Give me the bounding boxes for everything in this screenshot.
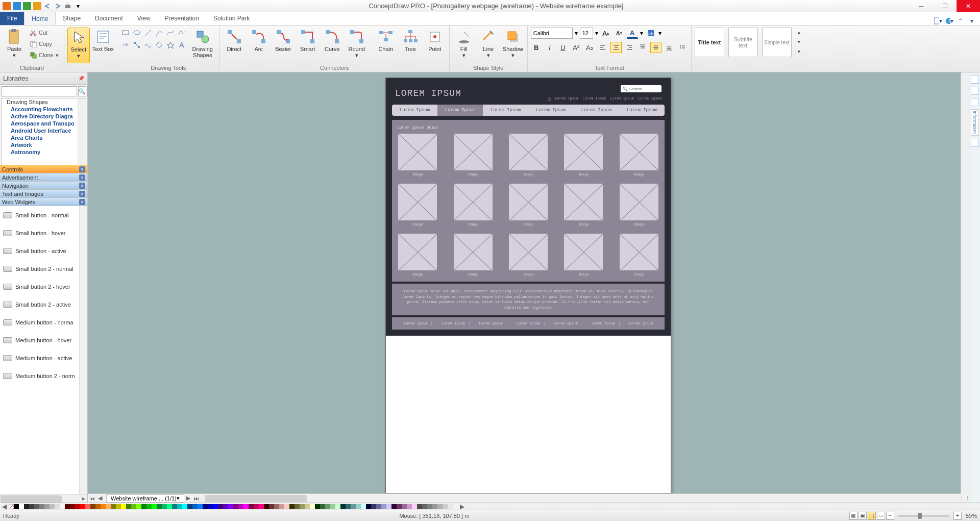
shrink-font-icon[interactable]: A▾	[614, 28, 625, 39]
color-swatch[interactable]	[90, 504, 95, 509]
shapes-scrollbar[interactable]	[79, 206, 87, 494]
color-swatch[interactable]	[279, 504, 284, 509]
chain-button[interactable]: Chain	[375, 28, 397, 63]
collapse-ribbon-icon[interactable]: ⌃	[957, 17, 965, 25]
color-swatch[interactable]	[330, 504, 335, 509]
text-tool-icon[interactable]: A	[177, 40, 187, 50]
maximize-button[interactable]: ☐	[933, 0, 957, 12]
color-swatch[interactable]	[50, 504, 55, 509]
color-swatch[interactable]	[356, 504, 361, 509]
paste-button[interactable]: Paste▾	[3, 28, 26, 63]
view-mode-3-icon[interactable]: ⬚	[868, 512, 876, 520]
align-middle-icon[interactable]	[650, 42, 662, 53]
color-prev-icon[interactable]: ◀	[2, 503, 7, 510]
connector-tool-icon[interactable]	[132, 40, 142, 50]
tab-view[interactable]: View	[130, 12, 158, 25]
color-swatch[interactable]	[315, 504, 320, 509]
rail-icon[interactable]	[971, 139, 979, 147]
no-color-swatch[interactable]	[9, 504, 14, 509]
color-swatch[interactable]	[417, 504, 422, 509]
panel-controls[interactable]: Controls×	[0, 165, 87, 173]
italic-icon[interactable]: I	[544, 42, 555, 53]
color-swatch[interactable]	[172, 504, 177, 509]
bezier-button[interactable]: Bezier	[272, 28, 295, 63]
cut-button[interactable]: Cut	[28, 28, 61, 38]
line-tool-icon[interactable]	[143, 28, 153, 38]
color-swatch[interactable]	[182, 504, 187, 509]
color-swatch[interactable]	[243, 504, 249, 509]
color-swatch[interactable]	[187, 504, 192, 509]
color-swatch[interactable]	[381, 504, 386, 509]
drawing-shapes-button[interactable]: Drawing Shapes	[189, 28, 216, 63]
tree-button[interactable]: Tree	[399, 28, 422, 63]
color-swatch[interactable]	[340, 504, 346, 509]
rail-icon[interactable]	[971, 87, 979, 95]
color-swatch[interactable]	[111, 504, 116, 509]
direct-button[interactable]: Direct	[223, 28, 246, 63]
tree-item[interactable]: Artwork	[2, 141, 86, 148]
close-icon[interactable]: ×	[79, 191, 85, 197]
color-swatch[interactable]	[198, 504, 203, 509]
color-swatch[interactable]	[162, 504, 167, 509]
sheet-split-icon[interactable]: ⋮⋮	[961, 494, 969, 503]
color-swatch[interactable]	[335, 504, 340, 509]
canvas[interactable]: LOREM IPSUM 🔍 Search ⌂ Lorem Ipsum Lorem…	[88, 72, 969, 493]
tree-item[interactable]: Area Charts	[2, 134, 86, 141]
color-swatch[interactable]	[70, 504, 75, 509]
font-color-icon[interactable]: A	[627, 28, 638, 39]
tab-presentation[interactable]: Presentation	[158, 12, 206, 25]
color-swatch[interactable]	[126, 504, 131, 509]
ellipse-tool-icon[interactable]	[132, 28, 142, 38]
color-swatch[interactable]	[44, 504, 50, 509]
color-swatch[interactable]	[325, 504, 330, 509]
subscript-icon[interactable]: A₂	[584, 42, 595, 53]
minimize-button[interactable]: ─	[910, 0, 933, 12]
arc-tool-icon[interactable]	[154, 28, 164, 38]
tab-solution-park[interactable]: Solution Park	[206, 12, 257, 25]
bold-icon[interactable]: B	[531, 42, 542, 53]
tree-item[interactable]: Accounting Flowcharts	[2, 106, 86, 113]
color-swatch[interactable]	[402, 504, 407, 509]
color-swatch[interactable]	[366, 504, 371, 509]
pin-icon[interactable]: 📌	[78, 76, 84, 81]
color-swatch[interactable]	[213, 504, 218, 509]
color-swatch[interactable]	[121, 504, 126, 509]
close-icon[interactable]: ×	[79, 199, 85, 205]
clone-button[interactable]: Clone▾	[28, 50, 61, 60]
align-left-icon[interactable]	[597, 42, 608, 53]
align-top-icon[interactable]	[637, 42, 648, 53]
close-icon[interactable]: ×	[79, 166, 85, 172]
tree-item[interactable]: Active Directory Diagra	[2, 113, 86, 120]
color-swatch[interactable]	[448, 504, 453, 509]
list-item[interactable]: Small button - normal	[0, 206, 87, 224]
highlight-icon[interactable]: ab	[645, 28, 656, 39]
zoom-slider[interactable]	[898, 515, 949, 517]
color-swatch[interactable]	[422, 504, 427, 509]
poly-tool-icon[interactable]	[177, 28, 187, 38]
view-mode-2-icon[interactable]: ▣	[859, 512, 867, 520]
copy-button[interactable]: Copy	[28, 39, 61, 49]
sidebar-hscroll[interactable]: ▸	[0, 494, 87, 503]
help-icon[interactable]: ?▾	[945, 17, 953, 25]
color-swatch[interactable]	[269, 504, 274, 509]
color-swatch[interactable]	[407, 504, 412, 509]
list-item[interactable]: Small button 2 - hover	[0, 278, 87, 295]
shadow-button[interactable]: Shadow▾	[502, 28, 524, 63]
color-swatch[interactable]	[60, 504, 65, 509]
color-swatch[interactable]	[310, 504, 315, 509]
color-swatch[interactable]	[254, 504, 259, 509]
search-icon[interactable]: 🔍	[78, 86, 86, 96]
color-swatch[interactable]	[34, 504, 39, 509]
color-swatch[interactable]	[289, 504, 295, 509]
color-swatch[interactable]	[106, 504, 111, 509]
color-swatch[interactable]	[65, 504, 70, 509]
star-tool-icon[interactable]	[165, 40, 176, 50]
color-swatch[interactable]	[75, 504, 80, 509]
color-swatch[interactable]	[453, 504, 458, 509]
options-icon[interactable]: ▾	[968, 17, 976, 25]
qat-save-icon[interactable]	[12, 2, 21, 11]
sheet-last-icon[interactable]: ⏭	[192, 494, 201, 503]
simple-style-button[interactable]: Simple text	[762, 28, 792, 57]
tab-home[interactable]: Home	[24, 12, 56, 25]
font-family-input[interactable]	[531, 28, 573, 39]
